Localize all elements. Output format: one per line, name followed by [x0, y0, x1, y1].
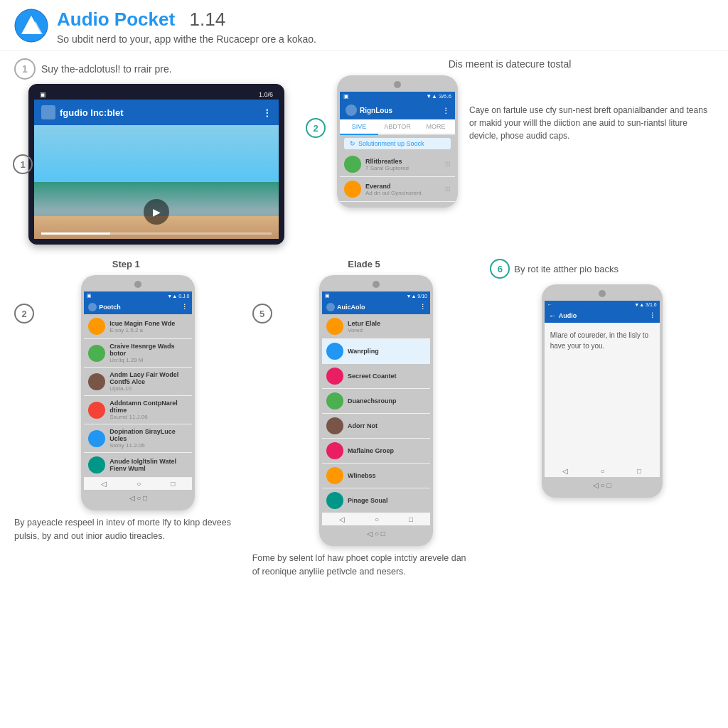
- col2-nav-bar: ◁ ○ □: [322, 513, 430, 525]
- col1-phone-appbar: Pootch ⋮: [84, 300, 192, 314]
- app-title: Audio Pocket: [57, 9, 175, 30]
- col2-item3-name: Secreet Coantet: [348, 373, 426, 380]
- col1-item2[interactable]: Craive Itesnrge Wads botorUo:liq 1.29 M …: [84, 339, 192, 368]
- contact-item-2[interactable]: Everand Ad dn oul Gynclnsrent ⊡: [340, 177, 455, 202]
- col2-item7[interactable]: Wlinebss: [322, 464, 430, 488]
- col1-list: Icue Magin Fone WdeE:soy 1.5.2 a › Craiv…: [84, 314, 192, 478]
- col2-item7-name: Wlinebss: [348, 472, 426, 479]
- tab-more[interactable]: MORE: [417, 119, 455, 134]
- col2-nav-recent[interactable]: □: [409, 515, 413, 523]
- col1-item3[interactable]: Andm Lacy Fair Wodel Contf5 AlceUpda-10 …: [84, 368, 192, 396]
- col2-content: 5 ▣▼▲ 9/10 AuicAolo ⋮: [252, 275, 476, 546]
- phone-col1: ▣▼▲ 0.J.0 Pootch ⋮ Icue Magin Fone W: [81, 275, 195, 510]
- col1-item1[interactable]: Icue Magin Fone WdeE:soy 1.5.2 a ›: [84, 314, 192, 339]
- tablet-menu-icon[interactable]: ⋮: [262, 107, 272, 118]
- col1-item6-name: Anude Iolgltslin Watel Fienv Wuml: [109, 458, 188, 472]
- col1-content: 2 ▣▼▲ 0.J.0 Pootch ⋮: [14, 275, 238, 510]
- col2-nav-back[interactable]: ◁: [339, 515, 345, 523]
- col2-badge: 5: [252, 304, 272, 323]
- col1-item4[interactable]: Addntamn ContpNarel dtimeSxumd 11.J.06 ›: [84, 396, 192, 424]
- col1-item5[interactable]: Dopination SirayLuce UclesStony 11.2.06 …: [84, 424, 192, 453]
- col3-header: 6 By rot ite atther pio backs: [490, 259, 714, 279]
- col1-item1-avatar: [88, 318, 105, 335]
- col2-item5[interactable]: Adorr Not: [322, 414, 430, 439]
- col2-menu[interactable]: ⋮: [419, 304, 426, 311]
- col1-item5-name: Dopination SirayLuce Ucles: [109, 428, 186, 442]
- app-version: 1.14: [190, 9, 226, 30]
- col2-nav-home[interactable]: ○: [375, 515, 379, 523]
- section-top: 1 Suy the-adclotusl! to rrair pre. 1 ▣ 1…: [14, 58, 714, 245]
- col3-content: Mlare of coureder, in the lisly to have …: [545, 323, 660, 465]
- col3-back-arrow[interactable]: ←: [549, 311, 557, 320]
- contact2-avatar: [344, 181, 361, 198]
- col1-item4-arrow: ›: [186, 407, 188, 413]
- col1-menu[interactable]: ⋮: [181, 304, 188, 311]
- col1-title: Step 1: [14, 259, 238, 269]
- tablet-app-bar: fgudio Inc:blet ⋮: [34, 100, 279, 125]
- bottom-col1: Step 1 2 ▣▼▲ 0.J.0 Pootch ⋮: [14, 259, 238, 579]
- col3-phone-appbar: ← Audio ⋮: [545, 309, 660, 323]
- tablet-mockup: ▣ 1.0/6 fgudio Inc:blet ⋮: [28, 84, 284, 245]
- col3-title: By rot ite atther pio backs: [514, 264, 619, 274]
- col2-item3[interactable]: Secreet Coantet: [322, 364, 430, 389]
- col1-item6-avatar: [88, 456, 105, 473]
- col1-nav-back[interactable]: ◁: [101, 480, 107, 488]
- tablet-status-bar: ▣ 1.0/6: [34, 90, 279, 100]
- col3-nav-home[interactable]: ○: [601, 467, 605, 475]
- tab-abdtor[interactable]: ABDTOR: [378, 119, 417, 134]
- sync-button[interactable]: ↻ Solutionment up Soock: [344, 138, 451, 149]
- contact2-sub: Ad dn oul Gynclnsrent: [365, 190, 445, 196]
- col1-phone-status: ▣▼▲ 0.J.0: [84, 291, 192, 300]
- col1-item1-sub: E:soy 1.5.2 a: [109, 327, 186, 333]
- col2-item1-name: Letur Elale: [348, 320, 426, 327]
- col2-item2[interactable]: Wanrpling: [322, 339, 430, 364]
- col2-item8[interactable]: Pinage Soual: [322, 488, 430, 513]
- col1-badge: 2: [14, 304, 34, 323]
- col3-nav-recent[interactable]: □: [637, 467, 641, 475]
- col1-item4-avatar: [88, 402, 105, 419]
- col2-item6[interactable]: Maflaine Groep: [322, 439, 430, 464]
- col1-item2-sub: Uo:liq 1.29 M: [109, 357, 186, 363]
- col1-item3-sub: Upda-10: [109, 385, 186, 392]
- col2-item4-name: Duanechsrounp: [348, 397, 426, 405]
- col3-nav-back[interactable]: ◁: [562, 467, 568, 475]
- step1-header: 1 Suy the-adclotusl! to rrair pre.: [14, 58, 284, 80]
- contact1-avatar: [344, 156, 361, 173]
- step1-circle: 1: [14, 58, 36, 80]
- col2-item2-avatar: [326, 343, 343, 360]
- phone2-tabs: SIVE ABDTOR MORE: [340, 119, 455, 135]
- section2-description: Caye on fartule use cfy sun-nest breft o…: [469, 75, 714, 142]
- section-bottom: Step 1 2 ▣▼▲ 0.J.0 Pootch ⋮: [14, 259, 714, 579]
- col1-item2-arrow: ›: [186, 350, 188, 356]
- col2-phone-title: AuicAolo: [337, 304, 365, 311]
- col1-item5-sub: Stony 11.2.06: [109, 442, 186, 449]
- bottom-col3: 6 By rot ite atther pio backs ←▼▲ 3/1.6 …: [490, 259, 714, 579]
- section2-title: Dis meent is datecure tostal: [306, 58, 714, 70]
- col2-phone-appbar: AuicAolo ⋮: [322, 300, 430, 314]
- col1-nav-recent[interactable]: □: [171, 480, 175, 488]
- col2-item6-name: Maflaine Groep: [348, 447, 426, 454]
- col2-item8-name: Pinage Soual: [348, 497, 426, 504]
- col2-item1-sub: Vored: [348, 327, 426, 333]
- bottom-col2: Elade 5 5 ▣▼▲ 9/10 AuicAolo ⋮: [252, 259, 476, 579]
- play-button[interactable]: ▶: [144, 199, 169, 225]
- left-top-col: 1 Suy the-adclotusl! to rrair pre. 1 ▣ 1…: [14, 58, 284, 245]
- progress-bar[interactable]: [41, 232, 272, 235]
- tablet-container: 1 ▣ 1.0/6 fgudio Inc:blet ⋮: [28, 84, 284, 245]
- col1-item1-arrow: ›: [186, 323, 188, 330]
- col1-item5-arrow: ›: [186, 435, 188, 441]
- col2-item1[interactable]: Letur ElaleVored: [322, 314, 430, 339]
- col1-nav-home[interactable]: ○: [136, 480, 141, 488]
- contact2-icon: ⊡: [445, 186, 451, 193]
- col1-item6[interactable]: Anude Iolgltslin Watel Fienv Wuml: [84, 453, 192, 478]
- phone2-menu[interactable]: ⋮: [442, 107, 449, 114]
- col2-item3-avatar: [326, 368, 343, 385]
- col2-item4[interactable]: Duanechsrounp: [322, 389, 430, 414]
- col3-menu[interactable]: ⋮: [649, 312, 655, 319]
- col1-phone-title: Pootch: [99, 304, 121, 311]
- contact1-icon: ⊡: [445, 161, 451, 168]
- tab-sive[interactable]: SIVE: [340, 119, 378, 135]
- col2-item7-avatar: [326, 467, 343, 484]
- contact1-name: Rllitbreatles: [365, 158, 445, 165]
- contact-item-1[interactable]: Rllitbreatles 7 Saral Guptored ⊡: [340, 152, 455, 177]
